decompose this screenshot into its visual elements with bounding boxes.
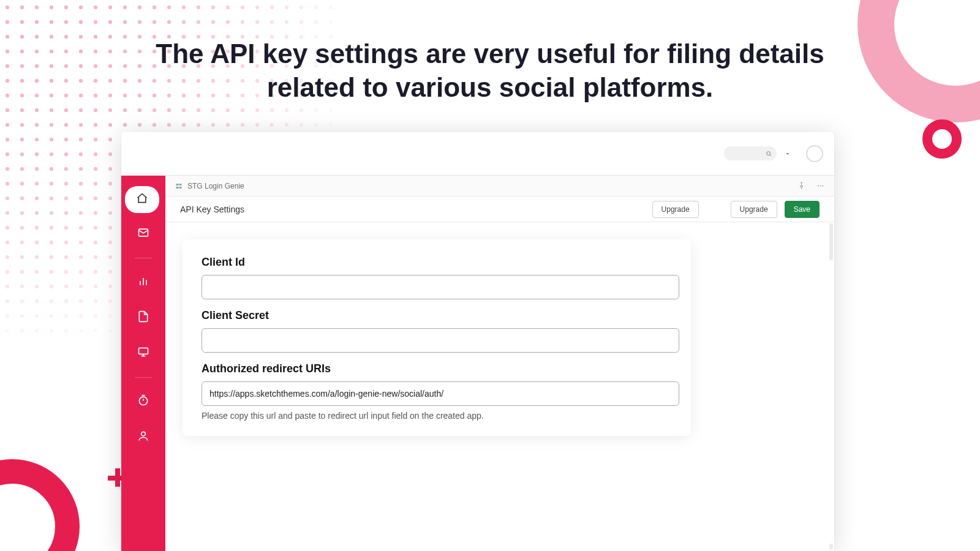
svg-line-1 — [770, 154, 771, 156]
scrollbar-down-arrow[interactable] — [829, 544, 833, 550]
sidebar — [121, 176, 165, 551]
client-secret-label: Client Secret — [202, 309, 672, 322]
svg-point-9 — [139, 397, 147, 405]
desktop-icon — [137, 346, 149, 361]
sidebar-item-analytics[interactable] — [130, 268, 157, 297]
hero-headline: The API key settings are very useful for… — [0, 37, 980, 104]
sidebar-item-timer[interactable] — [130, 387, 157, 416]
svg-rect-15 — [176, 187, 179, 189]
client-secret-input[interactable] — [202, 328, 679, 353]
client-id-label: Client Id — [202, 256, 672, 269]
redirect-uris-input[interactable] — [202, 381, 679, 406]
svg-point-12 — [141, 432, 146, 436]
decorative-ring-red-left — [0, 459, 80, 551]
save-button[interactable]: Save — [785, 201, 820, 218]
app-window: STG Login Genie API Key Settings Upgrade… — [121, 132, 834, 551]
sidebar-divider — [135, 258, 152, 258]
svg-point-19 — [820, 185, 821, 186]
settings-card: Client Id Client Secret Authorized redir… — [183, 239, 691, 436]
analytics-icon — [137, 275, 149, 290]
sidebar-item-home[interactable] — [125, 186, 159, 213]
avatar[interactable] — [806, 145, 823, 162]
breadcrumb-app-name[interactable]: STG Login Genie — [187, 182, 244, 190]
timer-icon — [137, 394, 149, 409]
search-icon — [766, 148, 772, 159]
page-title: API Key Settings — [180, 204, 244, 214]
mail-icon — [137, 227, 149, 241]
sidebar-item-user[interactable] — [130, 422, 157, 452]
user-icon — [137, 430, 149, 444]
sidebar-divider-2 — [135, 377, 152, 378]
topbar — [121, 132, 834, 176]
svg-point-0 — [767, 151, 771, 155]
hero-headline-line1: The API key settings are very useful for… — [0, 37, 980, 70]
main-area: STG Login Genie API Key Settings Upgrade… — [165, 176, 834, 551]
redirect-uris-label: Authorized redirect URIs — [202, 362, 672, 375]
svg-point-18 — [818, 185, 819, 186]
breadcrumb-app-icon — [175, 182, 183, 190]
content-area: Client Id Client Secret Authorized redir… — [165, 222, 834, 551]
breadcrumb: STG Login Genie — [165, 176, 834, 197]
svg-rect-13 — [176, 184, 179, 186]
svg-rect-6 — [139, 348, 148, 354]
sidebar-item-mail[interactable] — [130, 219, 157, 249]
client-id-input[interactable] — [202, 275, 679, 299]
upgrade-button-secondary[interactable]: Upgrade — [652, 201, 699, 218]
decorative-ring-red-small — [922, 119, 962, 159]
sidebar-item-file[interactable] — [130, 303, 157, 332]
topbar-caret-icon[interactable] — [784, 150, 791, 157]
svg-point-20 — [822, 185, 823, 186]
page-header: API Key Settings Upgrade Upgrade Save — [165, 197, 834, 222]
sidebar-item-desktop[interactable] — [130, 339, 157, 368]
redirect-help-text: Please copy this url and paste to redire… — [202, 411, 672, 421]
upgrade-button[interactable]: Upgrade — [731, 201, 777, 218]
pin-icon[interactable] — [797, 182, 805, 190]
home-icon — [136, 192, 148, 207]
file-icon — [137, 310, 149, 325]
svg-rect-14 — [179, 184, 182, 186]
scrollbar-thumb[interactable] — [829, 223, 833, 260]
svg-rect-16 — [179, 187, 182, 189]
search-input[interactable] — [724, 146, 777, 160]
more-icon[interactable] — [816, 182, 824, 190]
hero-headline-line2: related to various social platforms. — [0, 70, 980, 104]
